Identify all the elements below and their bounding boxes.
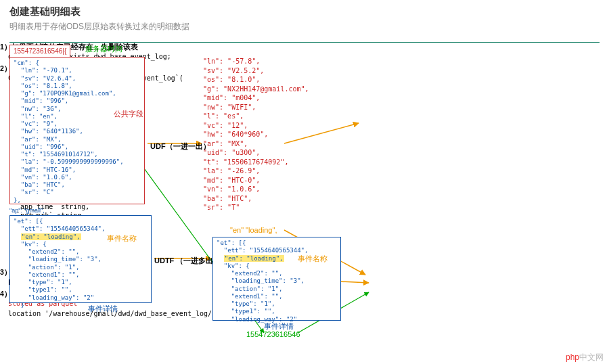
mid-et-box: "et": [{ "ett": "1554640565344", "en": "…: [212, 237, 341, 321]
label-en-loading: "en" "loading",: [230, 226, 277, 235]
label-udtf: UDTF （一进多出）: [154, 256, 221, 266]
label-ts-bottom: 1554723616546: [246, 330, 300, 340]
label-event-name-1: 事件名称: [107, 234, 137, 244]
page-subtitle: 明细表用于存储ODS层原始表转换过来的明细数据: [9, 21, 600, 32]
cm-json-box: "cm": { "ln": "-70.1", "sv": "V2.6.4", "…: [9, 57, 145, 204]
page-title: 创建基础明细表: [9, 5, 600, 18]
mid-json: "ln": "-57.8", "sv": "V2.5.2", "os": "8.…: [203, 57, 309, 212]
watermark: php中文网: [566, 352, 604, 363]
label-server-time: 服务器时间: [85, 45, 122, 54]
et-json-box: "et": [{ "ett": "1554640565344", "en": "…: [9, 215, 152, 303]
label-public-fields: 公共字段: [114, 110, 143, 119]
label-udf: UDF（一进一出）: [150, 142, 210, 152]
label-event-name-2: 事件名称: [298, 254, 328, 264]
diagram-canvas: 1554723616546|{ 服务器时间 "cm": { "ln": "-70…: [0, 42, 609, 364]
label-event-detail-1: 事件详情: [88, 304, 118, 314]
ap-line: "ap": "gmall",: [9, 207, 45, 214]
